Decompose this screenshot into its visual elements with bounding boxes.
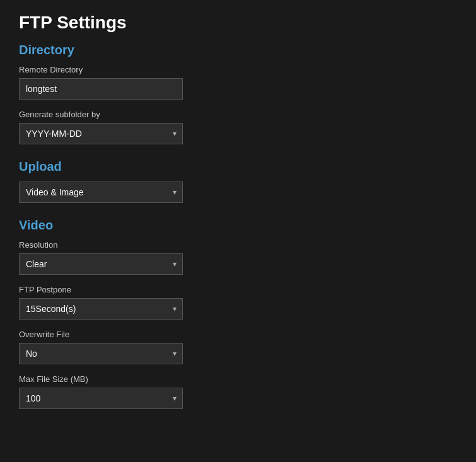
ftp-postpone-label: FTP Postpone xyxy=(19,285,457,294)
overwrite-file-wrapper: No Yes ▾ xyxy=(19,343,183,364)
remote-directory-input[interactable] xyxy=(19,78,183,100)
generate-subfolder-field: Generate subfolder by YYYY-MM-DD YYYY-MM… xyxy=(19,110,457,144)
overwrite-file-field: Overwrite File No Yes ▾ xyxy=(19,330,457,364)
upload-type-field: Video & Image Video Image ▾ xyxy=(19,182,457,203)
resolution-wrapper: Clear Standard High Ultra ▾ xyxy=(19,253,183,275)
remote-directory-label: Remote Directory xyxy=(19,65,457,74)
resolution-select[interactable]: Clear Standard High Ultra xyxy=(19,253,183,275)
resolution-field: Resolution Clear Standard High Ultra ▾ xyxy=(19,240,457,275)
upload-type-wrapper: Video & Image Video Image ▾ xyxy=(19,182,183,203)
ftp-postpone-select[interactable]: 15Second(s) 30Second(s) 1Minute(s) 5Minu… xyxy=(19,298,183,320)
directory-section-title: Directory xyxy=(19,43,457,57)
upload-type-select[interactable]: Video & Image Video Image xyxy=(19,182,183,203)
generate-subfolder-wrapper: YYYY-MM-DD YYYY-MM YYYY None ▾ xyxy=(19,123,183,144)
ftp-postpone-field: FTP Postpone 15Second(s) 30Second(s) 1Mi… xyxy=(19,285,457,320)
generate-subfolder-select[interactable]: YYYY-MM-DD YYYY-MM YYYY None xyxy=(19,123,183,144)
video-section-title: Video xyxy=(19,218,457,233)
page-title: FTP Settings xyxy=(19,13,457,33)
generate-subfolder-label: Generate subfolder by xyxy=(19,110,457,119)
ftp-postpone-wrapper: 15Second(s) 30Second(s) 1Minute(s) 5Minu… xyxy=(19,298,183,320)
directory-section: Directory Remote Directory Generate subf… xyxy=(19,43,457,144)
upload-section-title: Upload xyxy=(19,159,457,174)
upload-section: Upload Video & Image Video Image ▾ xyxy=(19,159,457,203)
max-file-size-label: Max File Size (MB) xyxy=(19,374,457,384)
max-file-size-wrapper: 100 50 200 500 ▾ xyxy=(19,388,183,409)
overwrite-file-label: Overwrite File xyxy=(19,330,457,339)
overwrite-file-select[interactable]: No Yes xyxy=(19,343,183,364)
max-file-size-select[interactable]: 100 50 200 500 xyxy=(19,388,183,409)
resolution-label: Resolution xyxy=(19,240,457,250)
video-section: Video Resolution Clear Standard High Ult… xyxy=(19,218,457,409)
max-file-size-field: Max File Size (MB) 100 50 200 500 ▾ xyxy=(19,374,457,409)
remote-directory-field: Remote Directory xyxy=(19,65,457,100)
